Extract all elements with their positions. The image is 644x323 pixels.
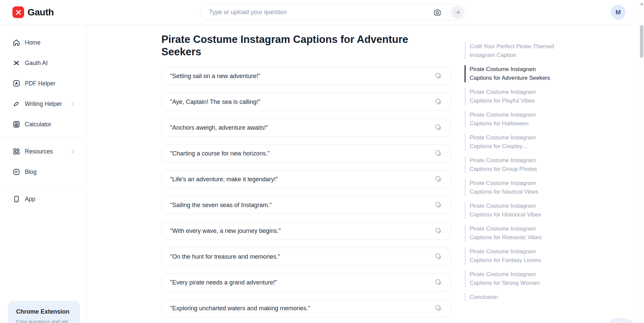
sidebar-item-resources[interactable]: Resources [0,143,86,159]
logo-text: Gauth [28,7,54,18]
scroll-up-arrow[interactable] [640,3,643,5]
arrow-right-icon [454,9,461,16]
toc-indicator [465,42,466,60]
sidebar: Home Gauth AI PDF Helper Writing Helper [0,25,86,323]
sidebar-item-gauth-ai[interactable]: Gauth AI [0,55,86,71]
toc-item[interactable]: Pirate Costume Instagram Captions for Na… [465,179,559,196]
caption-card: "Every pirate needs a grand adventure!" [161,273,451,292]
caption-card: "Exploring uncharted waters and making m… [161,299,451,317]
logo[interactable]: Gauth [12,0,54,24]
sidebar-item-pdf-helper[interactable]: PDF Helper [0,75,86,91]
caption-text: "Aye, Captain! The sea is calling!" [170,99,260,106]
toc-item[interactable]: Pirate Costume Instagram Captions for Fa… [465,247,559,265]
chrome-extension-subtitle: Crop questions and get [16,318,72,323]
copy-icon [435,305,442,312]
copy-button[interactable] [434,304,442,312]
sidebar-item-blog[interactable]: Blog [0,164,86,180]
camera-icon [433,8,441,16]
gauth-logo-icon [12,6,24,18]
sidebar-item-label: PDF Helper [25,80,55,87]
copy-icon [435,98,442,106]
floating-button[interactable] [602,318,639,323]
toc-item[interactable]: Pirate Costume Instagram Captions for Gr… [465,156,559,174]
copy-icon [435,279,442,286]
sidebar-item-label: App [25,196,35,203]
pdf-document-icon [12,79,20,87]
copy-button[interactable] [434,201,442,209]
toc-indicator [465,111,466,128]
scrollbar-thumb[interactable] [640,25,643,58]
search-bar[interactable] [200,4,466,20]
toc-indicator [465,270,466,287]
copy-icon [435,124,442,131]
table-of-contents: Craft Your Perfect Pirate-Themed Instagr… [465,42,559,307]
caption-card: "Charting a course for new horizons." [161,144,451,163]
copy-button[interactable] [434,253,442,261]
toc-item[interactable]: Pirate Costume Instagram Captions for Ro… [465,224,559,242]
copy-button[interactable] [434,149,442,157]
copy-button[interactable] [434,278,442,286]
copy-button[interactable] [434,72,442,80]
toc-item[interactable]: Pirate Costume Instagram Captions for Ha… [465,111,559,128]
copy-button[interactable] [434,227,442,235]
caption-card: "With every wave, a new journey begins." [161,222,451,240]
toc-item[interactable]: Pirate Costume Instagram Captions for Pl… [465,88,559,105]
sidebar-item-calculator[interactable]: Calculator [0,116,86,132]
top-bar: Gauth M [0,0,644,25]
sidebar-divider [0,185,86,186]
toc-indicator [465,65,466,82]
search-input[interactable] [200,4,433,20]
caption-card: "Aye, Captain! The sea is calling!" [161,93,451,111]
toc-item[interactable]: Craft Your Perfect Pirate-Themed Instagr… [465,42,559,60]
sidebar-item-app[interactable]: App [0,191,86,207]
toc-indicator [465,179,466,196]
caption-text: "Exploring uncharted waters and making m… [170,305,310,312]
toc-indicator [465,224,466,242]
sidebar-item-writing-helper[interactable]: Writing Helper [0,96,86,112]
sidebar-item-label: Resources [25,148,53,155]
caption-text: "Life's an adventure; make it legendary!… [170,176,278,183]
caption-text: "Charting a course for new horizons." [170,150,270,157]
copy-icon [435,72,442,80]
calculator-icon [12,120,20,128]
copy-button[interactable] [434,98,442,106]
toc-item-active[interactable]: Pirate Costume Instagram Captions for Ad… [465,65,559,82]
sidebar-item-label: Gauth AI [25,60,48,67]
caption-text: "With every wave, a new journey begins." [170,228,281,235]
caption-text: "Setting sail on a new adventure!" [170,73,260,80]
submit-question-button[interactable] [451,6,464,19]
copy-button[interactable] [434,175,442,183]
caption-text: "Every pirate needs a grand adventure!" [170,279,277,286]
phone-icon [12,195,20,203]
sidebar-divider [0,138,86,138]
copy-icon [435,176,442,183]
toc-indicator [465,293,466,302]
caption-list: "Setting sail on a new adventure!" "Aye,… [161,67,451,317]
pen-icon [12,100,20,108]
caption-text: "Anchors aweigh, adventure awaits!" [170,124,268,131]
copy-icon [435,150,442,157]
caption-card: "Setting sail on a new adventure!" [161,67,451,85]
camera-upload-button[interactable] [433,8,442,17]
caption-card: "Anchors aweigh, adventure awaits!" [161,119,451,137]
scrollbar[interactable] [639,0,644,323]
sidebar-item-label: Writing Helper [25,101,62,108]
toc-item[interactable]: Conclusion [465,293,559,302]
caption-card: "On the hunt for treasure and memories." [161,248,451,266]
copy-icon [435,253,442,260]
toc-item[interactable]: Pirate Costume Instagram Captions for St… [465,270,559,287]
avatar[interactable]: M [611,5,626,20]
gauth-x-icon [12,59,20,67]
toc-item[interactable]: Pirate Costume Instagram Captions for Hi… [465,202,559,219]
copy-button[interactable] [434,124,442,132]
toc-indicator [465,156,466,174]
sidebar-item-home[interactable]: Home [0,35,86,51]
blog-icon [12,168,20,176]
chrome-extension-card[interactable]: Chrome Extension Crop questions and get [8,301,80,323]
copy-icon [435,227,442,235]
caption-text: "Sailing the seven seas of Instagram." [170,202,272,209]
toc-indicator [465,133,466,151]
toc-item[interactable]: Pirate Costume Instagram Captions for Co… [465,133,559,151]
caption-card: "Life's an adventure; make it legendary!… [161,170,451,188]
avatar-letter: M [615,9,621,16]
